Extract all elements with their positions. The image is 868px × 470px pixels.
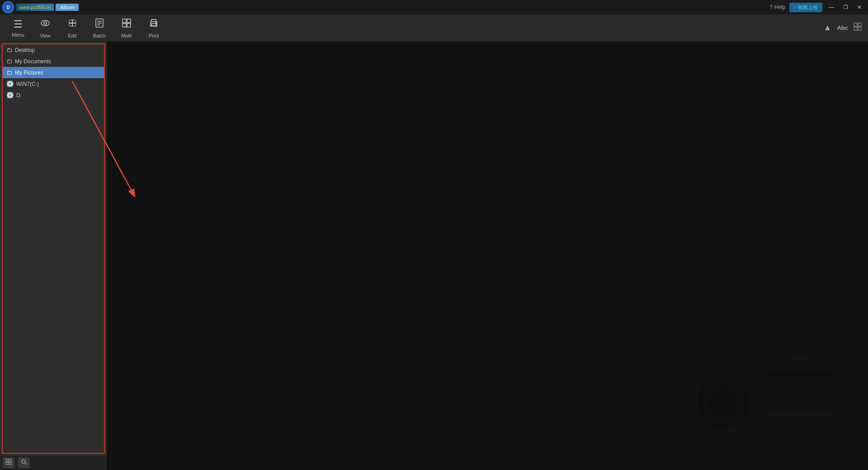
- album-button[interactable]: Album: [56, 4, 79, 11]
- multi-icon: [121, 18, 132, 31]
- svg-text:M: M: [799, 347, 802, 351]
- main-content: M: [107, 42, 868, 470]
- folder-my-pictures[interactable]: 🗀 My Pictures: [3, 67, 104, 78]
- folder-icon: 🗀: [6, 58, 12, 65]
- sidebar-bottom: [0, 456, 107, 470]
- multi-label: Multi: [121, 33, 132, 38]
- site-badge: www.pc059.cn: [16, 4, 54, 11]
- svg-point-2: [41, 20, 49, 26]
- menu-tab[interactable]: ☰ Menu: [5, 16, 32, 40]
- grid-view-icon[interactable]: [852, 21, 863, 35]
- edit-tab[interactable]: Edit: [59, 16, 86, 40]
- minimize-button[interactable]: —: [826, 3, 837, 11]
- menu-icon: ☰: [14, 19, 23, 30]
- svg-rect-9: [123, 19, 126, 23]
- folder-my-documents[interactable]: 🗀 My Documents: [3, 56, 104, 67]
- folder-label: Desktop: [15, 47, 35, 53]
- svg-point-15: [156, 23, 156, 24]
- folder-win7-c[interactable]: 💽 WIN7(C:): [3, 78, 104, 89]
- svg-rect-17: [858, 23, 861, 26]
- view-tab[interactable]: View: [32, 16, 59, 40]
- folder-label: My Documents: [15, 58, 51, 65]
- search-button[interactable]: [18, 457, 30, 468]
- upload-icon: ↑: [794, 5, 797, 10]
- folder-label: WIN7(C:): [16, 81, 39, 87]
- svg-rect-21: [9, 459, 11, 461]
- svg-line-25: [25, 463, 27, 465]
- help-label: Help: [774, 4, 786, 10]
- svg-point-38: [846, 403, 854, 410]
- site-text: www.pc0: [19, 5, 39, 10]
- print-icon: [148, 18, 159, 31]
- edit-icon: [67, 18, 78, 31]
- view-label: View: [40, 33, 51, 38]
- app-logo: D: [2, 1, 14, 14]
- print-label: Print: [149, 33, 159, 38]
- scroll-up-icon[interactable]: ▲: [822, 21, 834, 34]
- titlebar-right: ? Help ↑ 拓线上传 — ❐ ✕: [769, 3, 868, 12]
- svg-rect-12: [127, 24, 131, 27]
- svg-rect-11: [123, 24, 126, 27]
- upload-button[interactable]: ↑ 拓线上传: [789, 3, 823, 12]
- drive-icon: 💽: [6, 80, 14, 87]
- site-highlight: 59: [39, 5, 44, 10]
- multi-tab[interactable]: Multi: [113, 16, 140, 40]
- svg-rect-18: [854, 27, 857, 30]
- titlebar-left: D www.pc059.cn Album: [0, 1, 79, 14]
- svg-rect-23: [9, 462, 11, 465]
- folder-icon: 🗀: [6, 47, 12, 53]
- text-abc-icon[interactable]: Abc: [835, 23, 850, 33]
- svg-rect-22: [6, 462, 8, 465]
- folder-desktop[interactable]: 🗀 Desktop: [3, 44, 104, 56]
- batch-icon: [94, 18, 105, 31]
- print-tab[interactable]: Print: [140, 16, 167, 40]
- svg-point-36: [846, 376, 854, 383]
- svg-rect-20: [6, 459, 8, 461]
- svg-rect-19: [858, 27, 861, 30]
- help-button[interactable]: ? Help: [769, 4, 785, 10]
- edit-label: Edit: [68, 33, 77, 38]
- svg-rect-10: [127, 19, 131, 23]
- grid-view-button[interactable]: [3, 457, 14, 468]
- folder-panel: 🗀 Desktop 🗀 My Documents 🗀 My Pictures 💽…: [2, 43, 105, 454]
- site-suffix: .cn: [44, 5, 51, 10]
- view-icon: [40, 18, 51, 31]
- svg-rect-30: [669, 357, 696, 447]
- batch-label: Batch: [93, 33, 106, 38]
- svg-point-24: [22, 460, 25, 463]
- menu-label: Menu: [12, 32, 24, 38]
- restore-button[interactable]: ❐: [840, 3, 851, 11]
- svg-point-32: [825, 341, 839, 355]
- svg-rect-14: [151, 24, 156, 26]
- close-button[interactable]: ✕: [854, 3, 864, 11]
- folder-label: D:: [16, 92, 22, 99]
- svg-point-29: [705, 384, 741, 420]
- folder-icon: 🗀: [6, 69, 12, 76]
- svg-rect-35: [769, 371, 832, 411]
- sidebar: 🗀 Desktop 🗀 My Documents 🗀 My Pictures 💽…: [0, 42, 107, 470]
- svg-point-37: [846, 390, 854, 397]
- svg-text:D: D: [6, 5, 9, 10]
- drive-icon: 💽: [6, 92, 14, 99]
- svg-point-3: [44, 22, 47, 24]
- camera-background: M: [642, 312, 868, 470]
- batch-tab[interactable]: Batch: [86, 16, 113, 40]
- help-icon: ?: [769, 4, 773, 10]
- toolbar-right: ▲ Abc: [822, 21, 863, 35]
- folder-d[interactable]: 💽 D:: [3, 89, 104, 101]
- toolbar: ☰ Menu View Edit Batch: [0, 14, 868, 42]
- upload-label: 拓线上传: [798, 4, 818, 11]
- titlebar: D www.pc059.cn Album ? Help ↑ 拓线上传 — ❐ ✕: [0, 0, 868, 14]
- folder-label: My Pictures: [15, 70, 43, 76]
- svg-rect-16: [854, 23, 857, 26]
